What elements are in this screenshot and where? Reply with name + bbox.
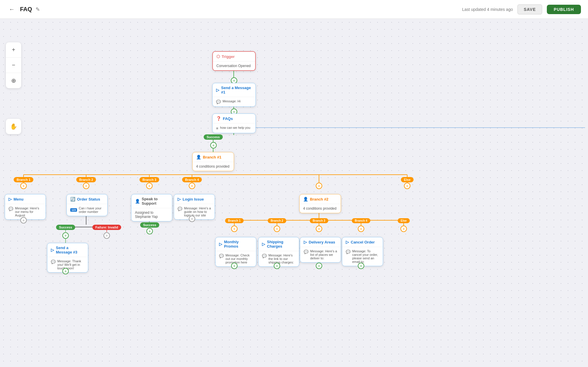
shipping-charges-node[interactable]: ▷ Shipping Charges 💬 Message: Here's the… <box>258 237 299 267</box>
delivery-msg: Message: Here's a list of places we deli… <box>310 249 337 260</box>
last-updated-text: Last updated 4 minutes ago <box>462 7 513 12</box>
branch1-header: 👤 Branch #1 <box>193 152 234 162</box>
chat-icon-cancel: 💬 <box>346 250 350 254</box>
cancel-icon: ▷ <box>346 240 349 244</box>
menu-node[interactable]: ▷ Menu 💬 Message: Here's our menu for Au… <box>5 194 46 220</box>
flow-canvas: + − ⊕ ✋ <box>0 19 588 367</box>
monthly-promos-node[interactable]: ▷ Monthly Promos 💬 Message: Check out ou… <box>215 237 256 267</box>
trigger-node[interactable]: ⬡ Trigger Conversation Opened <box>212 51 256 71</box>
send3-node[interactable]: ▷ Send a Message #3 💬 Message: Thank you… <box>47 243 88 273</box>
promos-msg: Message: Check out our monthly promotion… <box>225 253 253 264</box>
branch-badge-1: Branch 1 <box>14 177 33 182</box>
send-icon-3: ▷ <box>51 248 54 252</box>
login-header: ▷ Login Issue <box>174 194 215 204</box>
plus-else2[interactable]: + <box>404 183 410 189</box>
zoom-out-button[interactable]: − <box>6 58 21 73</box>
send-message-1-node[interactable]: ▷ Send a Message #1 💬 Message: Hi <box>212 83 256 107</box>
branch2-label: Branch #2 <box>310 197 328 201</box>
plus-else1[interactable]: + <box>316 183 322 189</box>
back-button[interactable]: ← <box>7 5 16 14</box>
branch-icon-2: 👤 <box>303 197 308 201</box>
b2-branch1: Branch 1 <box>225 218 244 223</box>
plus-after-menu[interactable]: + <box>20 217 27 223</box>
plus-branch4[interactable]: + <box>189 183 195 189</box>
cancel-header: ▷ Cancel Order <box>342 237 383 247</box>
delivery-areas-node[interactable]: ▷ Delivery Areas 💬 Message: Here's a lis… <box>300 237 341 263</box>
send1-msg: Message: Hi <box>223 99 240 103</box>
save-button[interactable]: SAVE <box>517 4 542 14</box>
order-status-node[interactable]: 🔄 Order Status 123 Can i have your order… <box>66 194 108 216</box>
branch-badge-2: Branch 2 <box>76 177 96 182</box>
send1-header: ▷ Send a Message #1 <box>213 83 255 97</box>
speak-support-node[interactable]: 👤 Speak to Support Assigned to Stephanie… <box>131 194 172 221</box>
login-issue-node[interactable]: ▷ Login Issue 💬 Message: Here's a guide … <box>174 194 215 220</box>
plus-promos[interactable]: + <box>231 263 238 269</box>
faqs-header: ❓ FAQs <box>213 114 255 124</box>
faq-icon: ❓ <box>216 116 221 121</box>
login-icon: ▷ <box>178 197 181 201</box>
branch1-node[interactable]: 👤 Branch #1 4 conditions provided <box>192 152 234 171</box>
cancel-msg: Message: To cancel your order, please se… <box>352 249 379 263</box>
plus-branch2[interactable]: + <box>83 183 89 189</box>
header: ← FAQ ✎ Last updated 4 minutes ago SAVE … <box>0 0 588 19</box>
trigger-label: Trigger <box>222 54 235 59</box>
order-header: 🔄 Order Status <box>67 194 107 204</box>
plus-shipping[interactable]: + <box>274 263 280 269</box>
branch2-header: 👤 Branch #2 <box>300 194 341 204</box>
plus-order-failure[interactable]: + <box>103 232 110 239</box>
order-icon: 🔄 <box>70 197 75 201</box>
edit-icon[interactable]: ✎ <box>36 6 40 13</box>
plus-b2-b4[interactable]: + <box>358 226 364 232</box>
delivery-body: 💬 Message: Here's a list of places we de… <box>300 247 341 262</box>
plus-order-success[interactable]: + <box>62 232 69 239</box>
support-label: Speak to Support <box>142 197 168 206</box>
faqs-node[interactable]: ❓ FAQs ≡ how can we help you <box>212 114 256 133</box>
list-icon-faq: ≡ <box>216 126 218 131</box>
plus-b2-b3[interactable]: + <box>316 226 322 232</box>
hand-tool-button[interactable]: ✋ <box>6 119 21 134</box>
branch-badge-3: Branch 3 <box>139 177 159 182</box>
branch-icon-1: 👤 <box>196 155 201 159</box>
branch1-label: Branch #1 <box>203 155 221 159</box>
hand-toolbar: ✋ <box>6 119 21 134</box>
send3-msg: Message: Thank you! We'll get in touch s… <box>57 259 84 270</box>
plus-branch3[interactable]: + <box>146 183 153 189</box>
order-123-badge: 123 <box>70 208 77 212</box>
plus-b2-b1[interactable]: + <box>231 226 238 232</box>
cancel-order-node[interactable]: ▷ Cancel Order 💬 Message: To cancel your… <box>342 237 383 266</box>
zoom-toolbar: + − ⊕ <box>6 42 21 88</box>
plus-login[interactable]: + <box>189 216 195 222</box>
delivery-icon: ▷ <box>304 240 307 244</box>
publish-button[interactable]: PUBLISH <box>547 5 581 14</box>
send3-label: Send a Message #3 <box>56 246 84 254</box>
center-button[interactable]: ⊕ <box>6 73 21 88</box>
b2-branch3: Branch 3 <box>310 218 328 223</box>
shipping-msg: Message: Here's the link to our shipping… <box>268 253 295 264</box>
delivery-label: Delivery Areas <box>309 240 335 244</box>
order-body: 123 Can i have your order number <box>67 204 107 216</box>
branch2-node[interactable]: 👤 Branch #2 4 conditions provided <box>299 194 341 213</box>
shipping-icon: ▷ <box>262 242 265 246</box>
chat-icon-menu: 💬 <box>9 207 13 211</box>
success-badge-support: Success <box>140 222 159 228</box>
menu-header: ▷ Menu <box>5 194 46 204</box>
support-header: 👤 Speak to Support <box>131 194 172 208</box>
failure-badge-order: Failure: Invalid <box>92 225 121 230</box>
send3-header: ▷ Send a Message #3 <box>47 243 88 257</box>
zoom-in-button[interactable]: + <box>6 42 21 58</box>
plus-branch1[interactable]: + <box>20 183 27 189</box>
plus-cancel[interactable]: + <box>358 263 364 269</box>
order-label: Order Status <box>77 197 100 201</box>
plus-delivery[interactable]: + <box>316 263 322 269</box>
success-badge-order: Success <box>56 225 75 230</box>
plus-after-faqs[interactable]: + <box>210 142 217 149</box>
shipping-label: Shipping Charges <box>267 240 295 248</box>
chat-icon-delivery: 💬 <box>304 250 308 254</box>
chat-icon-login: 💬 <box>178 207 182 211</box>
plus-after-send3[interactable]: + <box>62 268 69 274</box>
header-left: ← FAQ ✎ <box>7 5 40 14</box>
plus-support[interactable]: + <box>146 228 153 234</box>
connector-lines <box>0 19 588 367</box>
plus-b2-b2[interactable]: + <box>274 226 280 232</box>
plus-b2-else[interactable]: + <box>400 226 407 232</box>
